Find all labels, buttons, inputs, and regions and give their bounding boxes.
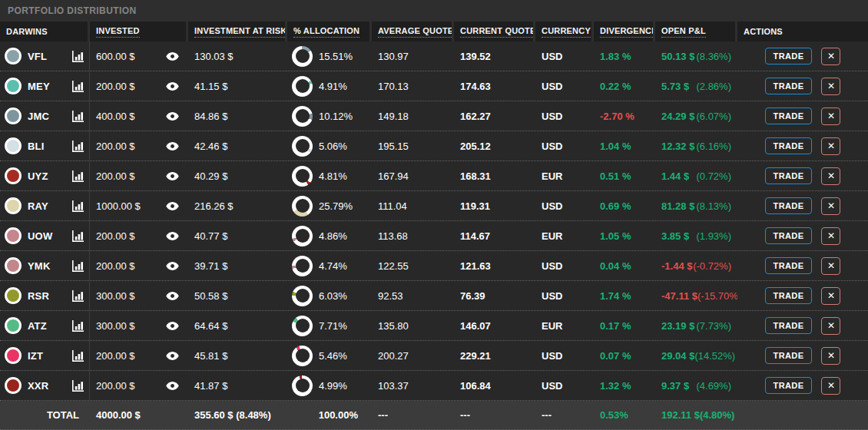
bar-chart-icon[interactable] (72, 170, 84, 182)
close-button[interactable]: ✕ (821, 137, 840, 155)
darwin-ticker[interactable]: MEY (28, 81, 72, 92)
eye-icon[interactable] (166, 352, 179, 360)
currency-cell: USD (535, 341, 594, 370)
currency-cell: USD (535, 191, 594, 220)
divergence-value: -2.70 % (600, 111, 634, 122)
col-header-allocation[interactable]: % ALLOCATION (287, 22, 372, 41)
divergence-cell: 0.17 % (594, 311, 655, 340)
allocation-value: 4.99% (319, 380, 347, 392)
eye-icon[interactable] (166, 292, 179, 300)
trade-button[interactable]: TRADE (765, 377, 813, 394)
trade-button[interactable]: TRADE (765, 227, 813, 244)
allocation-donut (292, 256, 313, 276)
close-button[interactable]: ✕ (821, 48, 840, 65)
allocation-donut (292, 136, 313, 157)
allocation-donut (292, 166, 313, 187)
bar-chart-icon[interactable] (72, 380, 84, 392)
col-header-current-quote[interactable]: CURRENT QUOTE (454, 22, 535, 41)
eye-icon[interactable] (166, 382, 179, 390)
close-button[interactable]: ✕ (821, 347, 840, 365)
allocation-cell: 4.99% (287, 371, 372, 400)
eye-icon[interactable] (166, 172, 179, 180)
darwin-avatar (5, 78, 22, 94)
allocation-donut (292, 196, 313, 217)
current-quote-value: 139.52 (460, 51, 491, 62)
bar-chart-icon[interactable] (72, 81, 84, 92)
trade-button[interactable]: TRADE (765, 197, 813, 214)
darwin-ticker[interactable]: RAY (28, 200, 72, 212)
darwin-avatar (5, 377, 22, 394)
currency-value: USD (542, 290, 562, 302)
eye-icon[interactable] (166, 112, 179, 121)
eye-icon[interactable] (166, 142, 179, 150)
col-header-currency[interactable]: CURRENCY (535, 22, 594, 41)
trade-button[interactable]: TRADE (765, 317, 813, 334)
trade-button[interactable]: TRADE (765, 137, 813, 154)
close-icon: ✕ (827, 81, 835, 91)
eye-icon[interactable] (166, 52, 179, 61)
eye-icon[interactable] (166, 202, 179, 210)
average-quote-cell: 111.04 (372, 191, 454, 220)
col-header-divergence[interactable]: DIVERGENCE (594, 22, 655, 41)
bar-chart-icon[interactable] (72, 290, 84, 302)
trade-button[interactable]: TRADE (765, 347, 813, 364)
close-button[interactable]: ✕ (821, 317, 840, 335)
col-header-invested[interactable]: INVESTED (90, 22, 188, 41)
darwin-avatar (5, 108, 22, 124)
eye-icon[interactable] (166, 82, 179, 91)
close-button[interactable]: ✕ (821, 377, 840, 395)
darwin-ticker[interactable]: BLI (28, 141, 72, 152)
close-button[interactable]: ✕ (821, 78, 840, 95)
col-header-average-quote[interactable]: AVERAGE QUOTE (372, 22, 454, 41)
total-currency: --- (542, 409, 552, 421)
col-header-investment-at-risk[interactable]: INVESTMENT AT RISK (188, 22, 287, 41)
darwin-ticker[interactable]: VFL (28, 51, 72, 62)
darwin-ticker[interactable]: UOW (28, 230, 72, 242)
close-button[interactable]: ✕ (821, 227, 840, 245)
current-quote-cell: 119.31 (454, 191, 535, 220)
darwin-ticker[interactable]: YMK (28, 260, 72, 272)
bar-chart-icon[interactable] (72, 141, 84, 152)
eye-icon[interactable] (166, 322, 179, 330)
open-pnl-percent: (14.52%) (694, 350, 735, 362)
darwin-ticker[interactable]: UYZ (28, 170, 72, 182)
col-header-open-pnl[interactable]: OPEN P&L (655, 22, 737, 41)
bar-chart-icon[interactable] (72, 200, 84, 212)
trade-button[interactable]: TRADE (765, 257, 813, 274)
bar-chart-icon[interactable] (72, 350, 84, 362)
darwin-ticker[interactable]: XXR (28, 380, 72, 392)
trade-button[interactable]: TRADE (765, 287, 813, 304)
bar-chart-icon[interactable] (72, 320, 84, 332)
eye-icon[interactable] (166, 232, 179, 240)
close-button[interactable]: ✕ (821, 167, 840, 185)
trade-button[interactable]: TRADE (765, 48, 813, 64)
close-button[interactable]: ✕ (821, 257, 840, 275)
allocation-value: 5.46% (319, 350, 347, 362)
actions-cell: TRADE ✕ (737, 371, 868, 400)
average-quote-value: 170.13 (378, 81, 409, 92)
open-pnl-value: 24.29 $ (661, 111, 694, 122)
allocation-donut (292, 346, 313, 366)
trade-button[interactable]: TRADE (765, 108, 813, 124)
trade-button[interactable]: TRADE (765, 167, 813, 184)
bar-chart-icon[interactable] (72, 230, 84, 242)
open-pnl-value: 1.44 $ (661, 170, 689, 182)
bar-chart-icon[interactable] (72, 51, 84, 62)
eye-icon[interactable] (166, 262, 179, 270)
close-button[interactable]: ✕ (821, 108, 840, 125)
actions-cell: TRADE ✕ (737, 221, 868, 250)
close-button[interactable]: ✕ (821, 197, 840, 215)
col-header-actions: ACTIONS (737, 22, 868, 41)
divergence-value: 0.22 % (600, 81, 631, 92)
darwin-ticker[interactable]: JMC (28, 111, 72, 122)
darwin-ticker[interactable]: ATZ (28, 320, 72, 332)
close-button[interactable]: ✕ (821, 287, 840, 305)
darwin-ticker[interactable]: RSR (28, 290, 72, 302)
bar-chart-icon[interactable] (72, 260, 84, 272)
trade-button[interactable]: TRADE (765, 78, 813, 94)
total-row: TOTAL 4000.00 $ 355.60 $ (8.48%) 100.00%… (0, 401, 868, 430)
darwin-ticker[interactable]: IZT (28, 350, 72, 362)
table-row: RSR 300.00 $ (0, 281, 868, 311)
average-quote-value: 103.37 (378, 380, 409, 392)
bar-chart-icon[interactable] (72, 111, 84, 122)
